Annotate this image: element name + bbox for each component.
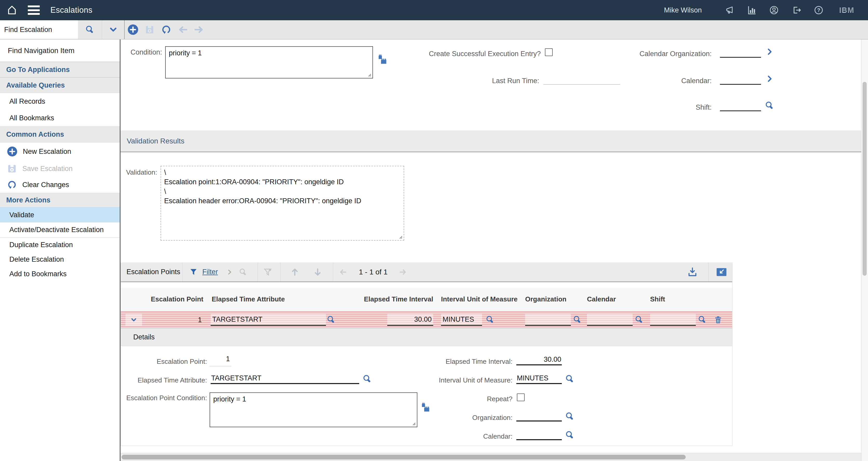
details-interval-input[interactable] — [516, 354, 562, 365]
details-organization-input[interactable] — [516, 411, 562, 422]
validation-results-bar: Validation Results — [121, 131, 861, 152]
svg-text:?: ? — [817, 7, 820, 13]
sidebar-item-activate-deactivate[interactable]: Activate/Deactivate Escalation — [0, 223, 120, 237]
sidebar-item-clear-changes[interactable]: Clear Changes — [0, 177, 120, 193]
menu-button[interactable] — [24, 0, 43, 20]
announcement-icon[interactable] — [724, 5, 735, 15]
row-calendar-search-icon[interactable] — [634, 315, 644, 324]
row-shift-search-icon[interactable] — [697, 315, 707, 324]
sidebar-header-more-actions[interactable]: More Actions — [0, 193, 120, 207]
new-record-button[interactable] — [127, 20, 139, 39]
details-organization-search-icon[interactable] — [564, 411, 575, 422]
row-shift-cell[interactable] — [650, 314, 696, 326]
sidebar-header-common-actions[interactable]: Common Actions — [0, 126, 120, 142]
filter-icon[interactable] — [188, 262, 199, 282]
profile-icon[interactable] — [769, 5, 779, 15]
details-repeat-checkbox[interactable] — [517, 394, 525, 401]
vertical-scrollbar[interactable] — [861, 39, 868, 461]
details-calendar-input[interactable] — [516, 429, 562, 440]
collapse-table-icon[interactable] — [715, 262, 728, 282]
details-calendar-search-icon[interactable] — [564, 430, 575, 440]
details-attribute-search-icon[interactable] — [362, 374, 372, 384]
details-condition-textarea[interactable]: priority = 1 — [210, 393, 417, 427]
pager-next-icon[interactable] — [397, 262, 408, 282]
save-icon — [7, 164, 17, 174]
clear-changes-button[interactable] — [160, 20, 173, 39]
sidebar-header-goto[interactable]: Go To Applications — [0, 62, 120, 78]
horizontal-scrollbar-thumb[interactable] — [122, 455, 686, 459]
filter-expand-chevron-icon[interactable] — [226, 262, 234, 282]
shift-search-icon[interactable] — [764, 100, 775, 111]
details-interval-label: Elapsed Time Interval: — [408, 357, 513, 366]
validation-textarea[interactable]: \ Escalation point:1:ORA-00904: "PRIORIT… — [160, 166, 404, 241]
find-search-button[interactable] — [84, 20, 96, 39]
create-entry-label: Create Successful Execution Entry? — [364, 50, 541, 58]
escalation-point-row: 1 TARGETSTART 30.00 MINUTES — [121, 311, 732, 328]
reports-chart-icon[interactable] — [746, 5, 757, 15]
calendar-org-detail-chevron-icon[interactable] — [765, 47, 774, 56]
sidebar-item-add-to-bookmarks[interactable]: Add to Bookmarks — [0, 267, 120, 281]
column-header-shift[interactable]: Shift — [650, 295, 665, 303]
column-header-calendar[interactable]: Calendar — [587, 295, 616, 303]
row-elapsed-time-interval-cell[interactable]: 30.00 — [387, 314, 433, 326]
column-header-elapsed-time-attribute[interactable]: Elapsed Time Attribute — [212, 295, 285, 303]
validation-label: Validation: — [121, 168, 157, 176]
row-elapsed-time-attribute-cell[interactable]: TARGETSTART — [211, 314, 326, 326]
sidebar-item-all-records[interactable]: All Records — [0, 93, 120, 110]
logout-icon[interactable] — [791, 5, 802, 15]
calendar-input[interactable] — [720, 74, 761, 85]
column-header-organization[interactable]: Organization — [525, 295, 566, 303]
pager-previous-icon[interactable] — [337, 262, 349, 282]
help-icon[interactable]: ? — [813, 5, 824, 15]
navbar-right: Mike Wilson ? — [664, 5, 868, 15]
previous-record-button[interactable] — [177, 20, 189, 39]
sidebar-item-validate[interactable]: Validate — [0, 207, 120, 223]
calendar-org-input[interactable] — [720, 47, 761, 58]
clear-filter-icon[interactable] — [262, 262, 274, 282]
toolbar-divider — [182, 262, 182, 282]
shift-input[interactable] — [720, 100, 761, 111]
details-uom-search-icon[interactable] — [564, 374, 575, 384]
home-button[interactable] — [0, 0, 24, 20]
sidebar-header-queries[interactable]: Available Queries — [0, 78, 120, 93]
details-condition-builder-icon[interactable] — [420, 402, 430, 413]
condition-textarea[interactable]: priority = 1 — [165, 46, 373, 79]
column-header-interval-uom[interactable]: Interval Unit of Measure — [441, 295, 518, 303]
row-calendar-cell[interactable] — [587, 314, 633, 326]
details-attribute-input[interactable] — [211, 373, 359, 384]
sidebar-item-delete-escalation[interactable]: Delete Escalation — [0, 252, 120, 267]
query-chevron-button[interactable] — [107, 20, 120, 39]
row-attribute-search-icon[interactable] — [326, 315, 336, 324]
find-navigation-input[interactable] — [0, 46, 113, 55]
next-record-button[interactable] — [193, 20, 205, 39]
column-header-escalation-point[interactable]: Escalation Point — [130, 295, 204, 303]
details-uom-input[interactable] — [516, 373, 562, 384]
escalation-points-table-header: Escalation Point Elapsed Time Attribute … — [121, 288, 732, 311]
sidebar: Go To Applications Available Queries All… — [0, 39, 121, 461]
create-entry-checkbox[interactable] — [545, 48, 553, 56]
sidebar-item-duplicate-escalation[interactable]: Duplicate Escalation — [0, 237, 120, 252]
table-search-icon[interactable] — [237, 262, 249, 282]
filter-link[interactable]: Filter — [202, 262, 218, 282]
sidebar-item-all-bookmarks[interactable]: All Bookmarks — [0, 110, 120, 126]
row-uom-search-icon[interactable] — [485, 315, 495, 324]
column-header-elapsed-time-interval[interactable]: Elapsed Time Interval — [360, 295, 433, 303]
move-row-down-icon[interactable] — [312, 262, 323, 282]
user-name[interactable]: Mike Wilson — [664, 6, 702, 14]
sidebar-item-save-escalation[interactable]: Save Escalation — [0, 161, 120, 177]
calendar-detail-chevron-icon[interactable] — [765, 74, 774, 83]
move-row-up-icon[interactable] — [289, 262, 301, 282]
top-navbar: Escalations Mike Wilson — [0, 0, 868, 20]
find-record-input[interactable] — [0, 26, 78, 34]
delete-row-trash-icon[interactable] — [713, 315, 723, 324]
save-record-button[interactable] — [143, 20, 156, 39]
sidebar-find-row — [0, 39, 120, 62]
vertical-scrollbar-thumb[interactable] — [863, 82, 867, 276]
row-organization-search-icon[interactable] — [572, 315, 582, 324]
horizontal-scrollbar[interactable] — [121, 453, 861, 461]
sidebar-item-new-escalation[interactable]: New Escalation — [0, 142, 120, 161]
row-organization-cell[interactable] — [525, 314, 571, 326]
download-icon[interactable] — [686, 262, 699, 282]
row-interval-uom-cell[interactable]: MINUTES — [441, 314, 482, 326]
row-expand-chevron-icon[interactable] — [125, 314, 142, 326]
